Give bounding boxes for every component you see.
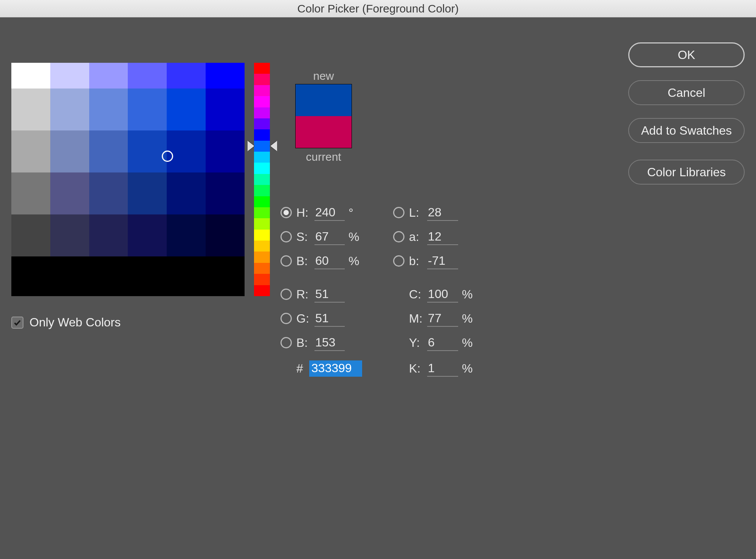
label-bc: B:: [296, 336, 314, 350]
radio-a[interactable]: [393, 231, 404, 242]
unit-y: %: [462, 336, 476, 350]
label-r: R:: [296, 287, 314, 301]
radio-bc[interactable]: [280, 337, 292, 348]
input-r[interactable]: [314, 286, 345, 303]
unit-s: %: [349, 230, 362, 244]
unit-h: °: [349, 206, 362, 220]
input-hex[interactable]: [309, 360, 362, 377]
label-h: H:: [296, 206, 314, 220]
input-c[interactable]: [427, 286, 458, 303]
label-y: Y:: [409, 336, 427, 350]
radio-bv[interactable]: [280, 255, 292, 267]
only-web-colors-row: Only Web Colors: [11, 315, 121, 329]
input-h[interactable]: [314, 205, 345, 221]
input-m[interactable]: [427, 311, 458, 327]
color-libraries-button[interactable]: Color Libraries: [628, 160, 745, 185]
swatch-current-color[interactable]: [296, 116, 352, 148]
label-s: S:: [296, 230, 314, 244]
window-title: Color Picker (Foreground Color): [297, 2, 459, 15]
only-web-colors-checkbox[interactable]: [11, 317, 23, 329]
label-k: K:: [409, 362, 427, 376]
swatch-new-color[interactable]: [296, 84, 352, 116]
radio-h[interactable]: [280, 207, 292, 218]
hue-marker-left-icon: [248, 141, 254, 151]
label-l: L:: [409, 206, 427, 220]
hue-marker-right-icon: [270, 141, 277, 151]
cancel-button[interactable]: Cancel: [628, 80, 745, 105]
window-titlebar: Color Picker (Foreground Color): [0, 0, 756, 17]
unit-k: %: [462, 362, 476, 376]
input-bv[interactable]: [314, 253, 345, 269]
unit-bv: %: [349, 254, 362, 268]
add-to-swatches-button[interactable]: Add to Swatches: [628, 118, 745, 143]
label-a: a:: [409, 230, 427, 244]
swatch-preview: new current: [286, 70, 361, 165]
input-b[interactable]: [427, 253, 458, 269]
label-b: b:: [409, 254, 427, 268]
radio-g[interactable]: [280, 313, 292, 324]
swatch-current-label: current: [286, 151, 361, 163]
hue-slider[interactable]: [254, 63, 270, 296]
radio-s[interactable]: [280, 231, 292, 242]
unit-m: %: [462, 312, 476, 326]
ok-button[interactable]: OK: [628, 42, 745, 67]
label-g: G:: [296, 312, 314, 326]
swatch-new-label: new: [286, 70, 361, 82]
input-l[interactable]: [427, 205, 458, 221]
only-web-colors-label: Only Web Colors: [29, 315, 121, 329]
input-k[interactable]: [427, 360, 458, 377]
input-s[interactable]: [314, 229, 345, 245]
input-g[interactable]: [314, 311, 345, 327]
input-bc[interactable]: [314, 335, 345, 351]
hex-hash: #: [296, 362, 303, 376]
input-a[interactable]: [427, 229, 458, 245]
dialog-body: new current OK Cancel Add to Swatches Co…: [0, 17, 756, 559]
unit-c: %: [462, 287, 476, 301]
label-c: C:: [409, 287, 427, 301]
color-field[interactable]: [11, 63, 245, 296]
checkmark-icon: [13, 318, 22, 327]
input-y[interactable]: [427, 335, 458, 351]
radio-l[interactable]: [393, 207, 404, 218]
radio-r[interactable]: [280, 289, 292, 300]
radio-b[interactable]: [393, 255, 404, 267]
label-m: M:: [409, 312, 427, 326]
swatch-box: [295, 84, 352, 148]
label-bv: B:: [296, 254, 314, 268]
color-values-panel: H: ° L: S: % a:: [280, 201, 486, 380]
